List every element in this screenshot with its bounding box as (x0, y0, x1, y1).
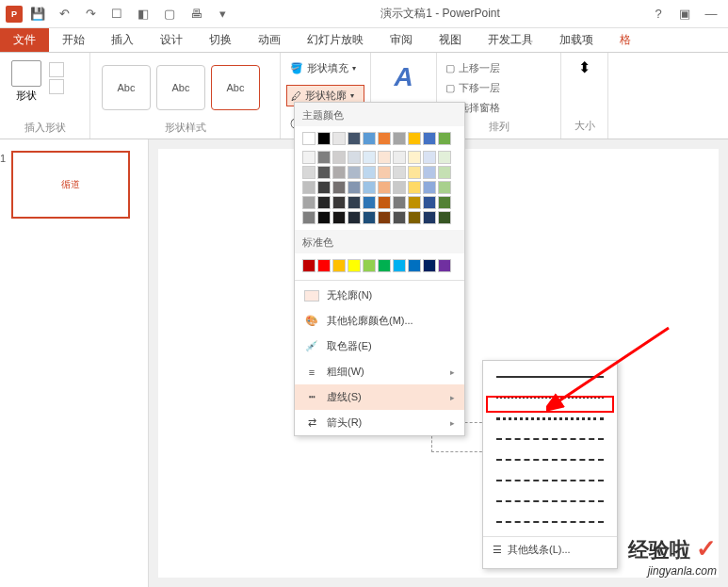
color-swatch[interactable] (317, 166, 331, 179)
weight-item[interactable]: ≡ 粗细(W) ▸ (295, 359, 464, 384)
more-colors-item[interactable]: 🎨 其他轮廓颜色(M)... (295, 308, 464, 334)
wordart-styles[interactable]: A (377, 58, 430, 96)
color-swatch[interactable] (363, 166, 376, 179)
color-swatch[interactable] (378, 166, 391, 179)
tab-slideshow[interactable]: 幻灯片放映 (294, 28, 377, 52)
color-swatch[interactable] (348, 132, 361, 145)
color-swatch[interactable] (378, 132, 391, 145)
color-swatch[interactable] (393, 259, 406, 272)
dash-dash[interactable] (483, 429, 617, 449)
bring-forward-button[interactable]: ▢ 上移一层 (443, 58, 555, 78)
tab-transitions[interactable]: 切换 (196, 28, 245, 52)
color-swatch[interactable] (408, 132, 421, 145)
color-swatch[interactable] (363, 151, 376, 164)
color-swatch[interactable] (332, 196, 346, 209)
tab-addins[interactable]: 加载项 (546, 28, 607, 52)
color-swatch[interactable] (348, 166, 361, 179)
dash-long-dash-dot-dot[interactable] (483, 512, 617, 532)
color-swatch[interactable] (378, 196, 391, 209)
color-swatch[interactable] (438, 166, 451, 179)
qat-icon-2[interactable]: ◧ (132, 3, 154, 25)
color-swatch[interactable] (423, 211, 436, 224)
color-swatch[interactable] (393, 151, 406, 164)
color-swatch[interactable] (438, 151, 451, 164)
color-swatch[interactable] (423, 181, 436, 194)
color-swatch[interactable] (348, 196, 361, 209)
dashes-item[interactable]: ┅ 虚线(S) ▸ (295, 384, 464, 410)
color-swatch[interactable] (378, 211, 391, 224)
tab-animations[interactable]: 动画 (245, 28, 294, 52)
tab-view[interactable]: 视图 (426, 28, 475, 52)
color-swatch[interactable] (408, 166, 421, 179)
color-swatch[interactable] (332, 211, 346, 224)
color-swatch[interactable] (423, 166, 436, 179)
undo-icon[interactable]: ↶ (53, 3, 75, 25)
color-swatch[interactable] (302, 259, 315, 272)
dash-square-dot[interactable] (483, 408, 617, 429)
color-swatch[interactable] (393, 181, 406, 194)
color-swatch[interactable] (438, 196, 451, 209)
eyedropper-item[interactable]: 💉 取色器(E) (295, 334, 464, 359)
color-swatch[interactable] (408, 181, 421, 194)
color-swatch[interactable] (317, 132, 331, 145)
color-swatch[interactable] (332, 166, 346, 179)
dash-long-dash[interactable] (483, 470, 617, 491)
color-swatch[interactable] (408, 196, 421, 209)
color-swatch[interactable] (408, 259, 421, 272)
color-swatch[interactable] (438, 259, 451, 272)
color-swatch[interactable] (393, 166, 406, 179)
color-swatch[interactable] (363, 132, 376, 145)
help-icon[interactable]: ? (647, 3, 670, 25)
color-swatch[interactable] (317, 211, 331, 224)
color-swatch[interactable] (408, 211, 421, 224)
color-swatch[interactable] (348, 181, 361, 194)
style-preset-1[interactable]: Abc (102, 65, 151, 110)
color-swatch[interactable] (393, 196, 406, 209)
color-swatch[interactable] (317, 151, 331, 164)
qat-more-icon[interactable]: ▾ (211, 3, 234, 25)
color-swatch[interactable] (302, 151, 315, 164)
slide-thumbnail-1[interactable]: 1 循道 (11, 151, 130, 219)
color-swatch[interactable] (348, 151, 361, 164)
dash-solid[interactable] (483, 367, 617, 387)
tab-design[interactable]: 设计 (147, 28, 196, 52)
dash-dash-dot[interactable] (483, 449, 617, 470)
color-swatch[interactable] (317, 259, 331, 272)
color-swatch[interactable] (363, 181, 376, 194)
style-preset-3[interactable]: Abc (211, 65, 260, 110)
tab-insert[interactable]: 插入 (98, 28, 147, 52)
color-swatch[interactable] (302, 132, 315, 145)
tab-home[interactable]: 开始 (49, 28, 98, 52)
color-swatch[interactable] (438, 181, 451, 194)
more-lines-item[interactable]: ☰ 其他线条(L)... (483, 536, 617, 563)
color-swatch[interactable] (302, 166, 315, 179)
save-icon[interactable]: 💾 (26, 3, 49, 25)
shape-fill-button[interactable]: 🪣 形状填充 ▾ (286, 58, 364, 78)
color-swatch[interactable] (332, 132, 346, 145)
color-swatch[interactable] (408, 151, 421, 164)
tab-developer[interactable]: 开发工具 (475, 28, 546, 52)
style-preset-2[interactable]: Abc (156, 65, 205, 110)
redo-icon[interactable]: ↷ (79, 3, 102, 25)
no-outline-item[interactable]: 无轮廓(N) (295, 283, 464, 308)
color-swatch[interactable] (438, 132, 451, 145)
color-swatch[interactable] (378, 181, 391, 194)
color-swatch[interactable] (302, 196, 315, 209)
color-swatch[interactable] (378, 151, 391, 164)
edit-shape-icon[interactable] (49, 62, 64, 77)
dash-long-dash-dot[interactable] (483, 491, 617, 512)
ribbon-toggle-icon[interactable]: ▣ (673, 3, 696, 25)
tab-review[interactable]: 审阅 (377, 28, 426, 52)
color-swatch[interactable] (317, 181, 331, 194)
tab-file[interactable]: 文件 (0, 28, 49, 52)
arrows-item[interactable]: ⇄ 箭头(R) ▸ (295, 410, 464, 435)
color-swatch[interactable] (393, 132, 406, 145)
color-swatch[interactable] (302, 211, 315, 224)
color-swatch[interactable] (423, 151, 436, 164)
tab-format[interactable]: 格 (607, 28, 644, 52)
color-swatch[interactable] (348, 259, 361, 272)
shapes-button[interactable]: 形状 (8, 57, 45, 106)
text-box-icon[interactable] (49, 79, 64, 94)
color-swatch[interactable] (423, 196, 436, 209)
color-swatch[interactable] (317, 196, 331, 209)
